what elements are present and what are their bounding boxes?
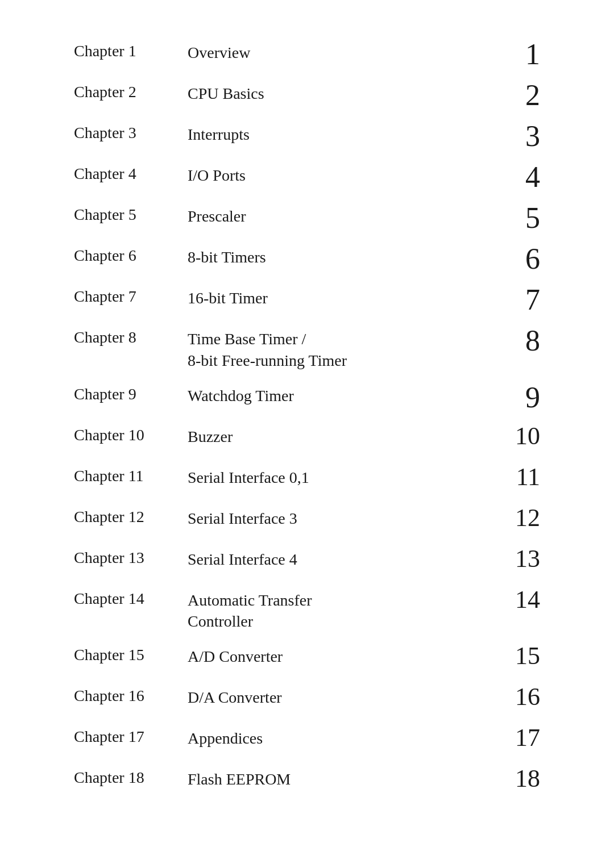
table-row: Chapter 18Flash EEPROM18 <box>74 761 540 802</box>
chapter-number: 14 <box>500 587 540 612</box>
table-row: Chapter 9Watchdog Timer9 <box>74 377 540 418</box>
chapter-number: 10 <box>500 424 540 449</box>
chapter-title: 8-bit Timers <box>188 244 500 268</box>
table-row: Chapter 11Serial Interface 0,111 <box>74 459 540 500</box>
chapter-label: Chapter 8 <box>74 326 188 347</box>
chapter-number: 4 <box>500 162 540 192</box>
chapter-label: Chapter 14 <box>74 587 188 608</box>
chapter-label: Chapter 12 <box>74 506 188 526</box>
chapter-title: Serial Interface 0,1 <box>188 465 500 489</box>
chapter-label: Chapter 16 <box>74 685 188 705</box>
chapter-number: 16 <box>500 685 540 710</box>
chapter-label: Chapter 1 <box>74 40 188 60</box>
table-row: Chapter 16D/A Converter16 <box>74 679 540 720</box>
chapter-number: 1 <box>500 40 540 69</box>
table-row: Chapter 68-bit Timers6 <box>74 239 540 279</box>
chapter-title: Flash EEPROM <box>188 766 500 790</box>
chapter-label: Chapter 9 <box>74 383 188 403</box>
chapter-number: 8 <box>500 326 540 356</box>
chapter-title: D/A Converter <box>188 685 500 708</box>
chapter-title: Serial Interface 4 <box>188 546 500 570</box>
chapter-title: Prescaler <box>188 203 500 227</box>
chapter-number: 2 <box>500 81 540 110</box>
table-row: Chapter 17Appendices17 <box>74 720 540 761</box>
chapter-number: 15 <box>500 644 540 669</box>
chapter-number: 6 <box>500 244 540 274</box>
chapter-title: CPU Basics <box>188 81 500 105</box>
chapter-title: Appendices <box>188 725 500 749</box>
chapter-number: 18 <box>500 766 540 791</box>
chapter-title: I/O Ports <box>188 162 500 186</box>
chapter-number: 5 <box>500 203 540 233</box>
table-row: Chapter 13Serial Interface 413 <box>74 541 540 582</box>
chapter-number: 9 <box>500 383 540 412</box>
chapter-title: Automatic TransferController <box>188 587 500 633</box>
table-row: Chapter 2CPU Basics2 <box>74 75 540 116</box>
chapter-label: Chapter 13 <box>74 546 188 567</box>
chapter-label: Chapter 10 <box>74 424 188 444</box>
chapter-label: Chapter 2 <box>74 81 188 101</box>
chapter-number: 12 <box>500 506 540 531</box>
table-row: Chapter 8Time Base Timer /8-bit Free-run… <box>74 320 540 377</box>
table-row: Chapter 5Prescaler5 <box>74 198 540 239</box>
table-row: Chapter 716-bit Timer7 <box>74 279 540 320</box>
chapter-label: Chapter 5 <box>74 203 188 224</box>
table-row: Chapter 4I/O Ports4 <box>74 157 540 198</box>
chapter-label: Chapter 7 <box>74 285 188 306</box>
table-row: Chapter 10Buzzer10 <box>74 418 540 459</box>
table-of-contents: Chapter 1Overview1Chapter 2CPU Basics2Ch… <box>74 23 540 813</box>
chapter-label: Chapter 18 <box>74 766 188 787</box>
chapter-title: Time Base Timer /8-bit Free-running Time… <box>188 326 500 372</box>
chapter-number: 17 <box>500 725 540 750</box>
chapter-number: 7 <box>500 285 540 315</box>
chapter-title: Interrupts <box>188 122 500 145</box>
chapter-label: Chapter 4 <box>74 162 188 183</box>
chapter-label: Chapter 11 <box>74 465 188 485</box>
chapter-title: Serial Interface 3 <box>188 506 500 529</box>
chapter-title: 16-bit Timer <box>188 285 500 309</box>
chapter-title: Overview <box>188 40 500 64</box>
chapter-label: Chapter 17 <box>74 725 188 746</box>
chapter-title: Buzzer <box>188 424 500 448</box>
chapter-title: Watchdog Timer <box>188 383 500 407</box>
table-row: Chapter 12Serial Interface 312 <box>74 500 540 541</box>
chapter-number: 11 <box>500 465 540 490</box>
table-row: Chapter 3Interrupts3 <box>74 116 540 157</box>
chapter-label: Chapter 15 <box>74 644 188 664</box>
table-row: Chapter 1Overview1 <box>74 34 540 75</box>
chapter-label: Chapter 6 <box>74 244 188 265</box>
table-row: Chapter 15A/D Converter15 <box>74 638 540 679</box>
chapter-title: A/D Converter <box>188 644 500 667</box>
chapter-number: 3 <box>500 122 540 151</box>
table-row: Chapter 14Automatic TransferController14 <box>74 582 540 639</box>
chapter-number: 13 <box>500 546 540 571</box>
chapter-label: Chapter 3 <box>74 122 188 142</box>
